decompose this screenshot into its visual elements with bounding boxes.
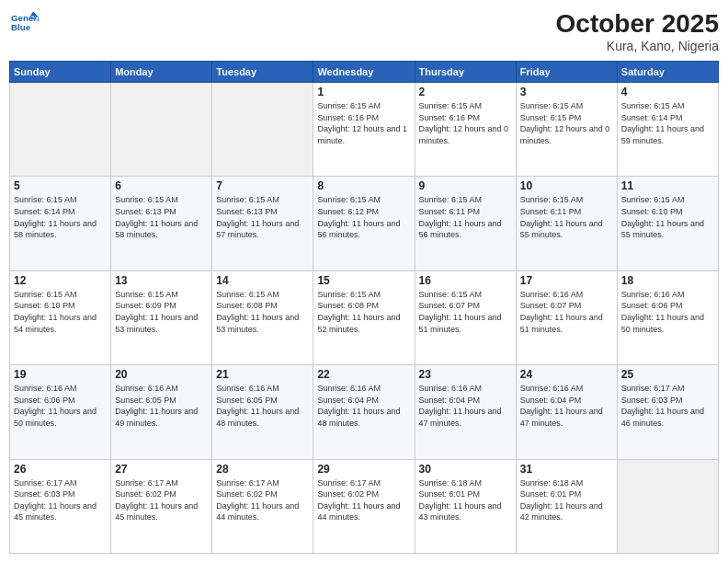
header-sunday: Sunday: [10, 62, 111, 83]
calendar-cell: 8Sunrise: 6:15 AMSunset: 6:12 PMDaylight…: [313, 177, 415, 270]
day-number: 2: [419, 86, 512, 98]
day-info: Sunrise: 6:16 AMSunset: 6:05 PMDaylight:…: [115, 383, 208, 429]
title-block: October 2025 Kura, Kano, Nigeria: [556, 9, 719, 53]
calendar-cell: 17Sunrise: 6:16 AMSunset: 6:07 PMDayligh…: [516, 270, 617, 364]
calendar-cell: 10Sunrise: 6:15 AMSunset: 6:11 PMDayligh…: [516, 177, 617, 270]
day-number: 22: [317, 368, 410, 381]
day-number: 20: [115, 368, 208, 381]
calendar-cell: [617, 459, 718, 553]
calendar-cell: 30Sunrise: 6:18 AMSunset: 6:01 PMDayligh…: [415, 459, 516, 553]
day-number: 24: [520, 368, 613, 381]
calendar-cell: 31Sunrise: 6:18 AMSunset: 6:01 PMDayligh…: [516, 459, 617, 553]
calendar-week-1: 1Sunrise: 6:15 AMSunset: 6:16 PMDaylight…: [10, 83, 719, 177]
day-number: 5: [14, 179, 107, 192]
day-number: 16: [419, 274, 512, 287]
day-info: Sunrise: 6:16 AMSunset: 6:04 PMDaylight:…: [419, 383, 512, 429]
calendar-title: October 2025: [556, 9, 719, 39]
day-number: 7: [216, 179, 309, 192]
day-info: Sunrise: 6:18 AMSunset: 6:01 PMDaylight:…: [419, 477, 512, 523]
calendar-cell: 20Sunrise: 6:16 AMSunset: 6:05 PMDayligh…: [111, 365, 212, 459]
day-info: Sunrise: 6:17 AMSunset: 6:02 PMDaylight:…: [115, 477, 208, 523]
header: General Blue October 2025 Kura, Kano, Ni…: [9, 9, 719, 53]
day-number: 26: [14, 463, 107, 476]
header-saturday: Saturday: [617, 62, 718, 83]
day-number: 13: [115, 274, 208, 287]
calendar-cell: 27Sunrise: 6:17 AMSunset: 6:02 PMDayligh…: [111, 459, 212, 553]
day-number: 27: [115, 463, 208, 476]
day-info: Sunrise: 6:15 AMSunset: 6:10 PMDaylight:…: [621, 194, 714, 240]
calendar-cell: 28Sunrise: 6:17 AMSunset: 6:02 PMDayligh…: [212, 459, 313, 553]
calendar-week-4: 19Sunrise: 6:16 AMSunset: 6:06 PMDayligh…: [10, 365, 719, 459]
day-info: Sunrise: 6:15 AMSunset: 6:15 PMDaylight:…: [520, 100, 613, 146]
header-friday: Friday: [516, 62, 617, 83]
calendar-cell: 23Sunrise: 6:16 AMSunset: 6:04 PMDayligh…: [415, 365, 516, 459]
day-number: 10: [520, 179, 613, 192]
weekday-header-row: Sunday Monday Tuesday Wednesday Thursday…: [10, 62, 719, 83]
day-info: Sunrise: 6:16 AMSunset: 6:07 PMDaylight:…: [520, 289, 613, 335]
day-number: 28: [216, 463, 309, 476]
header-monday: Monday: [111, 62, 212, 83]
day-info: Sunrise: 6:17 AMSunset: 6:02 PMDaylight:…: [216, 477, 309, 523]
day-number: 15: [317, 274, 410, 287]
header-wednesday: Wednesday: [313, 62, 415, 83]
calendar-cell: 13Sunrise: 6:15 AMSunset: 6:09 PMDayligh…: [111, 270, 212, 364]
day-info: Sunrise: 6:17 AMSunset: 6:03 PMDaylight:…: [14, 477, 107, 523]
calendar-cell: 14Sunrise: 6:15 AMSunset: 6:08 PMDayligh…: [212, 270, 313, 364]
day-info: Sunrise: 6:15 AMSunset: 6:11 PMDaylight:…: [419, 194, 512, 240]
page: General Blue October 2025 Kura, Kano, Ni…: [0, 0, 728, 563]
svg-text:Blue: Blue: [11, 22, 31, 32]
day-number: 9: [419, 179, 512, 192]
calendar-cell: 22Sunrise: 6:16 AMSunset: 6:04 PMDayligh…: [313, 365, 415, 459]
day-info: Sunrise: 6:16 AMSunset: 6:04 PMDaylight:…: [317, 383, 410, 429]
day-info: Sunrise: 6:15 AMSunset: 6:08 PMDaylight:…: [216, 289, 309, 335]
day-number: 23: [419, 368, 512, 381]
day-number: 3: [520, 86, 613, 98]
day-info: Sunrise: 6:15 AMSunset: 6:11 PMDaylight:…: [520, 194, 613, 240]
day-info: Sunrise: 6:15 AMSunset: 6:14 PMDaylight:…: [14, 194, 107, 240]
calendar-week-3: 12Sunrise: 6:15 AMSunset: 6:10 PMDayligh…: [10, 270, 719, 364]
day-number: 31: [520, 463, 613, 476]
calendar-cell: 3Sunrise: 6:15 AMSunset: 6:15 PMDaylight…: [516, 83, 617, 177]
calendar-cell: 19Sunrise: 6:16 AMSunset: 6:06 PMDayligh…: [10, 365, 111, 459]
calendar-table: Sunday Monday Tuesday Wednesday Thursday…: [9, 61, 719, 554]
day-number: 18: [621, 274, 714, 287]
day-info: Sunrise: 6:15 AMSunset: 6:12 PMDaylight:…: [317, 194, 410, 240]
day-number: 19: [14, 368, 107, 381]
calendar-cell: 29Sunrise: 6:17 AMSunset: 6:02 PMDayligh…: [313, 459, 415, 553]
calendar-cell: 11Sunrise: 6:15 AMSunset: 6:10 PMDayligh…: [617, 177, 718, 270]
day-number: 11: [621, 179, 714, 192]
day-info: Sunrise: 6:15 AMSunset: 6:08 PMDaylight:…: [317, 289, 410, 335]
day-number: 12: [14, 274, 107, 287]
calendar-cell: 12Sunrise: 6:15 AMSunset: 6:10 PMDayligh…: [10, 270, 111, 364]
day-number: 29: [317, 463, 410, 476]
day-number: 25: [621, 368, 714, 381]
calendar-cell: 15Sunrise: 6:15 AMSunset: 6:08 PMDayligh…: [313, 270, 415, 364]
logo-icon: General Blue: [11, 9, 39, 35]
calendar-cell: 4Sunrise: 6:15 AMSunset: 6:14 PMDaylight…: [617, 83, 718, 177]
calendar-cell: 24Sunrise: 6:16 AMSunset: 6:04 PMDayligh…: [516, 365, 617, 459]
calendar-cell: [212, 83, 313, 177]
day-number: 6: [115, 179, 208, 192]
header-tuesday: Tuesday: [212, 62, 313, 83]
day-number: 1: [317, 86, 410, 98]
day-number: 17: [520, 274, 613, 287]
calendar-cell: 26Sunrise: 6:17 AMSunset: 6:03 PMDayligh…: [10, 459, 111, 553]
day-info: Sunrise: 6:15 AMSunset: 6:07 PMDaylight:…: [419, 289, 512, 335]
day-number: 21: [216, 368, 309, 381]
day-number: 14: [216, 274, 309, 287]
day-info: Sunrise: 6:16 AMSunset: 6:05 PMDaylight:…: [216, 383, 309, 429]
calendar-cell: 5Sunrise: 6:15 AMSunset: 6:14 PMDaylight…: [10, 177, 111, 270]
day-info: Sunrise: 6:18 AMSunset: 6:01 PMDaylight:…: [520, 477, 613, 523]
header-thursday: Thursday: [415, 62, 516, 83]
day-info: Sunrise: 6:15 AMSunset: 6:16 PMDaylight:…: [419, 100, 512, 146]
day-info: Sunrise: 6:17 AMSunset: 6:02 PMDaylight:…: [317, 477, 410, 523]
calendar-cell: 6Sunrise: 6:15 AMSunset: 6:13 PMDaylight…: [111, 177, 212, 270]
day-number: 8: [317, 179, 410, 192]
day-info: Sunrise: 6:16 AMSunset: 6:06 PMDaylight:…: [621, 289, 714, 335]
day-info: Sunrise: 6:16 AMSunset: 6:06 PMDaylight:…: [14, 383, 107, 429]
calendar-week-2: 5Sunrise: 6:15 AMSunset: 6:14 PMDaylight…: [10, 177, 719, 270]
calendar-cell: 21Sunrise: 6:16 AMSunset: 6:05 PMDayligh…: [212, 365, 313, 459]
calendar-week-5: 26Sunrise: 6:17 AMSunset: 6:03 PMDayligh…: [10, 459, 719, 553]
calendar-cell: 16Sunrise: 6:15 AMSunset: 6:07 PMDayligh…: [415, 270, 516, 364]
logo: General Blue: [9, 9, 39, 39]
